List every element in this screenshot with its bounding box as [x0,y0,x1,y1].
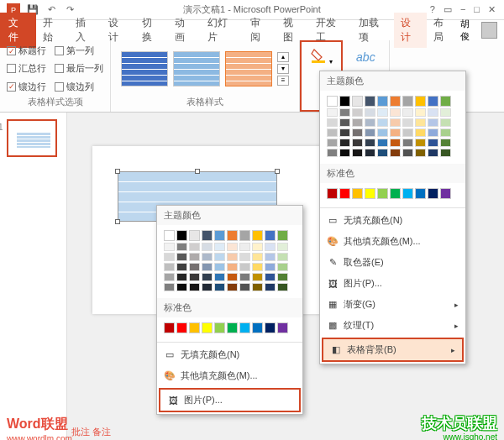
table-style-1[interactable] [121,51,168,86]
color-swatch[interactable] [327,149,338,157]
picture-item[interactable]: 🖼图片(P)... [320,273,465,294]
color-swatch[interactable] [176,230,187,241]
color-swatch[interactable] [428,188,438,199]
gradient-item[interactable]: ▦渐变(G)▸ [320,294,465,315]
color-swatch[interactable] [428,149,438,157]
color-swatch[interactable] [176,243,187,251]
color-swatch[interactable] [402,108,413,117]
color-swatch[interactable] [252,322,263,333]
check-header-row[interactable]: ✓标题行 [7,44,46,58]
color-swatch[interactable] [428,139,438,147]
table-style-2[interactable] [173,51,220,86]
tab-table-layout[interactable]: 布局 [427,13,459,48]
color-swatch[interactable] [202,283,213,291]
color-swatch[interactable] [390,149,401,157]
color-swatch[interactable] [252,263,263,271]
color-swatch[interactable] [377,128,388,137]
color-swatch[interactable] [339,96,350,107]
color-swatch[interactable] [415,139,426,147]
color-swatch[interactable] [402,149,413,157]
color-swatch[interactable] [327,96,338,107]
color-swatch[interactable] [227,273,238,281]
color-swatch[interactable] [227,253,238,261]
color-swatch[interactable] [352,108,363,117]
color-swatch[interactable] [164,273,175,281]
color-swatch[interactable] [377,108,388,117]
color-swatch[interactable] [377,139,388,147]
color-swatch[interactable] [227,322,238,333]
color-swatch[interactable] [352,96,363,107]
color-swatch[interactable] [189,230,200,241]
color-swatch[interactable] [164,253,175,261]
color-swatch[interactable] [265,322,276,333]
picture-item-2[interactable]: 🖼图片(P)... [159,388,301,412]
color-swatch[interactable] [214,230,225,241]
color-swatch[interactable] [252,253,263,261]
color-swatch[interactable] [239,283,250,291]
minimize-icon[interactable]: − [460,4,465,15]
color-swatch[interactable] [428,128,438,137]
color-swatch[interactable] [277,283,288,291]
color-swatch[interactable] [265,230,276,241]
color-swatch[interactable] [227,230,238,241]
color-swatch[interactable] [339,108,350,117]
color-swatch[interactable] [365,96,375,107]
color-swatch[interactable] [377,149,388,157]
color-swatch[interactable] [339,188,350,199]
wordart-button[interactable]: abc [349,44,382,71]
color-swatch[interactable] [214,253,225,261]
color-swatch[interactable] [277,230,288,241]
color-swatch[interactable] [440,149,451,157]
color-swatch[interactable] [415,188,426,199]
eyedropper-item[interactable]: ✎取色器(E) [320,252,465,273]
slide-thumbnail-1[interactable]: 1 [7,119,57,157]
color-swatch[interactable] [202,263,213,271]
color-swatch[interactable] [327,139,338,147]
color-swatch[interactable] [440,118,451,127]
color-swatch[interactable] [352,139,363,147]
color-swatch[interactable] [352,149,363,157]
tab-table-design[interactable]: 设计 [394,13,427,48]
color-swatch[interactable] [352,188,363,199]
user-name[interactable]: 胡俊 [460,18,478,43]
color-swatch[interactable] [239,230,250,241]
table-style-more[interactable]: ▴▾≡ [277,52,289,86]
check-last-col[interactable]: 最后一列 [55,61,103,76]
color-swatch[interactable] [239,243,250,251]
color-swatch[interactable] [202,243,213,251]
color-swatch[interactable] [377,188,388,199]
color-swatch[interactable] [390,118,401,127]
color-swatch[interactable] [277,263,288,271]
color-swatch[interactable] [164,322,175,333]
check-first-col[interactable]: 第一列 [55,44,103,58]
color-swatch[interactable] [428,108,438,117]
color-swatch[interactable] [440,188,451,199]
table-style-3[interactable] [225,51,272,86]
color-swatch[interactable] [402,118,413,127]
color-swatch[interactable] [339,118,350,127]
color-swatch[interactable] [339,149,350,157]
more-colors-item[interactable]: 🎨其他填充颜色(M)... [320,231,465,252]
color-swatch[interactable] [365,188,375,199]
color-swatch[interactable] [239,273,250,281]
color-swatch[interactable] [164,243,175,251]
avatar[interactable] [481,22,497,39]
color-swatch[interactable] [164,283,175,291]
color-swatch[interactable] [164,230,175,241]
color-swatch[interactable] [390,128,401,137]
color-swatch[interactable] [202,273,213,281]
color-swatch[interactable] [252,243,263,251]
color-swatch[interactable] [327,128,338,137]
color-swatch[interactable] [390,139,401,147]
color-swatch[interactable] [214,263,225,271]
color-swatch[interactable] [365,118,375,127]
color-swatch[interactable] [402,128,413,137]
check-total-row[interactable]: 汇总行 [7,61,46,76]
color-swatch[interactable] [189,263,200,271]
color-swatch[interactable] [327,188,338,199]
color-swatch[interactable] [164,263,175,271]
color-swatch[interactable] [339,128,350,137]
color-swatch[interactable] [428,118,438,127]
maximize-icon[interactable]: □ [474,4,480,15]
color-swatch[interactable] [239,263,250,271]
